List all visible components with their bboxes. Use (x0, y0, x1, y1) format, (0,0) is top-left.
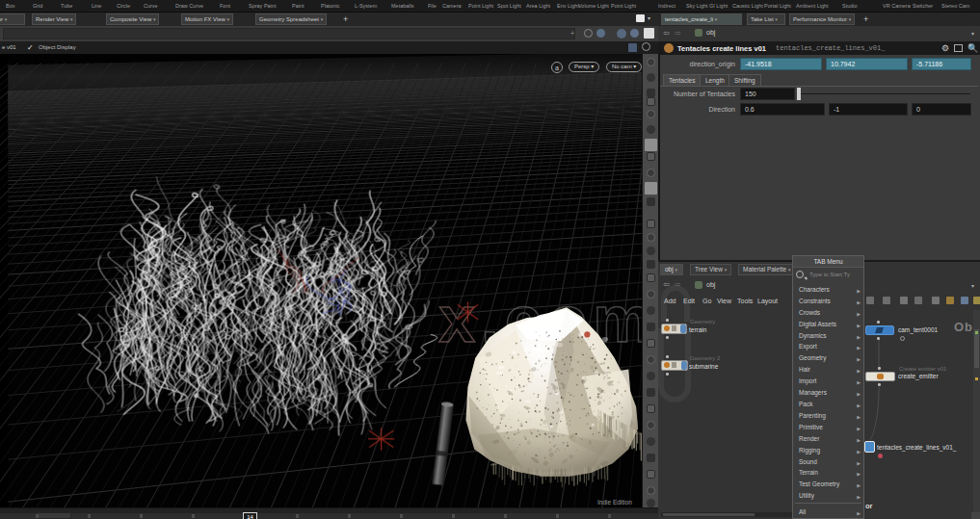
svg-text:x: x (438, 282, 481, 355)
